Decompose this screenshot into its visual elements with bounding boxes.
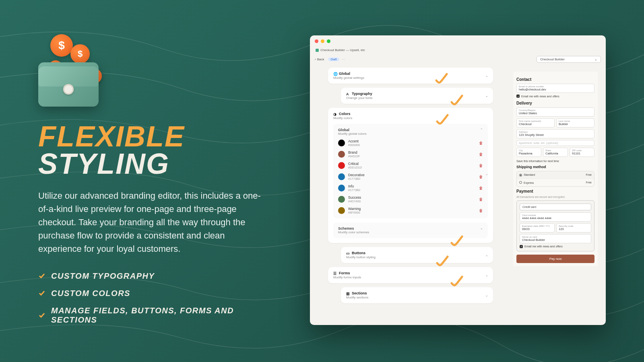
contact-heading: Contact xyxy=(516,77,594,82)
cvv-field[interactable]: Security code123 xyxy=(556,223,591,232)
chevron-down-icon: ⌄ xyxy=(480,226,483,230)
payment-newsletter-checkbox[interactable]: ✓Email me with news and offers xyxy=(520,245,591,248)
color-swatch xyxy=(338,196,345,203)
last-name-field[interactable]: Last nameBuilder xyxy=(556,118,594,128)
color-row[interactable]: Warning#8F6900🗑 xyxy=(338,207,483,214)
check-icon xyxy=(38,312,45,319)
chevron-left-icon: ‹ xyxy=(315,58,316,61)
color-swatch xyxy=(338,162,345,169)
apartment-field[interactable]: Apartment, suite, etc. (optional) xyxy=(516,140,594,146)
payment-note: All transactions are secure and encrypte… xyxy=(516,195,594,198)
expiry-field[interactable]: Expiration date (MM / YY)09/23 xyxy=(520,223,555,232)
email-field[interactable]: Email or phone numberhello@checkout.dev xyxy=(516,84,594,93)
check-icon xyxy=(38,272,45,280)
app-window: Checkout Builder — Upsell, etc ‹Back Dra… xyxy=(310,35,606,325)
headline: FLEXIBLE STYLING xyxy=(38,123,272,178)
chevron-up-icon[interactable]: ⌃ xyxy=(480,128,483,132)
card-number-field[interactable]: Card number4444 4444 4444 4444 xyxy=(520,212,591,222)
color-swatch xyxy=(338,140,345,146)
trash-icon[interactable]: 🗑 xyxy=(479,208,483,213)
delivery-heading: Delivery xyxy=(516,101,594,105)
color-row[interactable]: Accent#000000🗑 xyxy=(338,139,483,147)
panel-buttons[interactable]: ▭Buttons Modify button styling ⌄ xyxy=(341,247,493,263)
feature-list: CUSTOM TYPOGRAPHY CUSTOM COLORS MANAGE F… xyxy=(38,272,272,325)
globe-icon: 🌐 xyxy=(333,72,337,76)
palette-icon: ◑ xyxy=(333,112,337,116)
colors-global-section: GlobalModify global colors⌃ Accent#00000… xyxy=(333,124,488,218)
description: Utilize our advanced branding editor, th… xyxy=(38,189,264,255)
color-row[interactable]: Critical#DD1D1D🗑 xyxy=(338,162,483,169)
shipping-express[interactable]: ExpressFree xyxy=(517,179,594,186)
swoosh-icon xyxy=(450,235,464,249)
checkout-selector[interactable]: Checkout Builder⌄ xyxy=(537,56,601,63)
color-row[interactable]: Success#4D7A50🗑 xyxy=(338,195,483,203)
typography-icon: A xyxy=(346,92,350,96)
state-field[interactable]: StateCalifornia xyxy=(543,148,568,157)
city-field[interactable]: CityPasadena xyxy=(516,148,541,157)
form-icon: ☰ xyxy=(333,272,337,275)
swoosh-icon xyxy=(436,113,450,128)
chevron-up-icon: ⌃ xyxy=(485,174,488,177)
chevron-down-icon: ⌄ xyxy=(485,274,488,277)
trash-icon[interactable]: 🗑 xyxy=(479,141,483,145)
country-field[interactable]: Country/RegionUnited States xyxy=(516,107,594,117)
more-icon[interactable]: ⋯ xyxy=(342,58,345,61)
payment-method[interactable]: Credit card xyxy=(520,204,591,210)
chevron-down-icon: ⌄ xyxy=(485,94,488,98)
newsletter-checkbox[interactable]: ✓Email me with news and offers xyxy=(516,95,594,98)
traffic-lights xyxy=(315,39,330,43)
swoosh-icon xyxy=(435,72,449,87)
name-on-card-field[interactable]: Name on cardCheckout Builder xyxy=(520,234,591,243)
marketing-panel: $$$$ FLEXIBLE STYLING Utilize our advanc… xyxy=(38,34,272,333)
color-row[interactable]: Brand#94523F🗑 xyxy=(338,150,483,158)
color-row[interactable]: Info#1773B0🗑 xyxy=(338,184,483,192)
trash-icon[interactable]: 🗑 xyxy=(479,163,483,168)
trash-icon[interactable]: 🗑 xyxy=(479,175,483,179)
chevron-down-icon: ⌄ xyxy=(485,294,488,297)
color-swatch xyxy=(338,151,345,158)
save-info-text: Save this information for next time xyxy=(516,160,594,162)
pay-now-button[interactable]: Pay now xyxy=(516,255,594,263)
chevron-down-icon: ⌄ xyxy=(485,74,488,78)
chevron-down-icon: ⌄ xyxy=(485,253,488,257)
panel-typography[interactable]: ATypography Change your fonts ⌄ xyxy=(341,88,493,104)
checkout-preview: Contact Email or phone numberhello@check… xyxy=(513,72,598,266)
sections-icon: ▥ xyxy=(346,292,350,295)
back-button[interactable]: ‹Back xyxy=(315,58,324,61)
trash-icon[interactable]: 🗑 xyxy=(479,186,483,190)
trash-icon[interactable]: 🗑 xyxy=(479,152,483,156)
address-field[interactable]: Address123 Shopify Street xyxy=(516,129,594,138)
chevron-updown-icon: ⌄ xyxy=(594,58,597,61)
shipping-heading: Shipping method xyxy=(516,165,594,169)
panel-colors[interactable]: ◑Colors Modify colors ⌃ GlobalModify glo… xyxy=(328,108,493,243)
color-swatch xyxy=(338,173,345,180)
wallet-illustration: $$$$ xyxy=(38,34,111,107)
shipping-standard[interactable]: StandardFree xyxy=(517,171,594,179)
colors-schemes-section[interactable]: SchemesModify color schemes ⌄ xyxy=(333,222,488,238)
swoosh-icon xyxy=(436,255,450,269)
payment-heading: Payment xyxy=(516,189,594,193)
draft-badge: Draft xyxy=(328,58,339,61)
zip-field[interactable]: ZIP code91101 xyxy=(570,148,594,157)
button-icon: ▭ xyxy=(346,251,350,255)
panel-sections[interactable]: ▥Sections Modify sections ⌄ xyxy=(341,287,493,303)
first-name-field[interactable]: First name (optional)Checkout xyxy=(516,118,555,128)
trash-icon[interactable]: 🗑 xyxy=(479,197,483,202)
color-row[interactable]: Decorative#1773B0🗑 xyxy=(338,173,483,181)
swoosh-icon xyxy=(450,275,464,290)
color-swatch xyxy=(338,185,345,191)
app-title: Checkout Builder — Upsell, etc xyxy=(316,48,365,52)
swoosh-icon xyxy=(450,94,464,109)
color-swatch xyxy=(338,207,345,214)
panel-forms[interactable]: ☰Forms Modify forms inputs ⌄ xyxy=(328,267,493,283)
panel-global[interactable]: 🌐Global Modify global settings ⌄ xyxy=(328,68,493,84)
check-icon xyxy=(38,290,45,297)
